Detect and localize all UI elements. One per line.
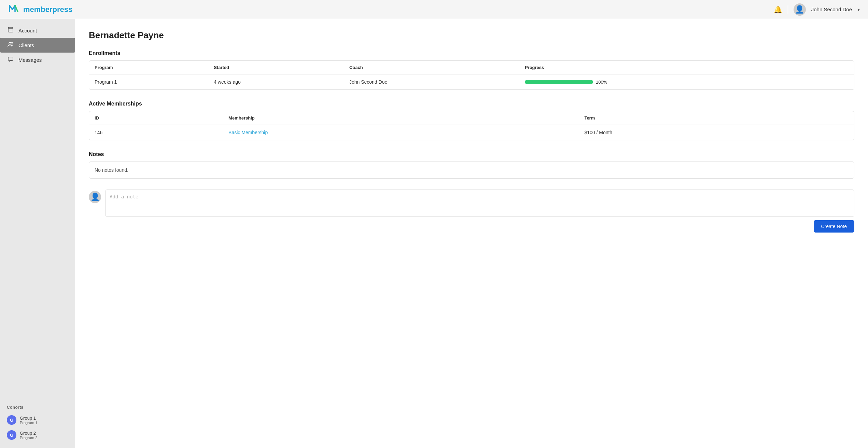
main-content: Bernadette Payne Enrollments Program Sta… [75,19,868,448]
chevron-down-icon[interactable]: ▾ [857,7,860,12]
create-note-button[interactable]: Create Note [814,220,854,233]
logo: memberpress [8,2,72,17]
layout: Account Clients Messages Cohorts G G [0,19,868,448]
header-divider [788,5,788,14]
membership-row: 146 Basic Membership $100 / Month [89,125,854,140]
enrollments-header-row: Program Started Coach Progress [89,61,854,74]
svg-rect-3 [8,57,13,60]
memberships-table-wrapper: ID Membership Term 146 Basic Membership … [89,111,854,140]
enrollments-col-progress: Progress [519,61,854,74]
memberships-header-row: ID Membership Term [89,111,854,125]
create-note-row: Create Note [89,220,854,233]
enrollments-col-program: Program [89,61,208,74]
avatar: 👤 [794,3,806,16]
messages-icon [7,56,14,64]
enrollments-section: Enrollments Program Started Coach Progre… [89,50,854,90]
svg-point-1 [9,42,11,44]
progress-bar-fill [525,80,593,84]
enrollments-col-started: Started [208,61,344,74]
avatar-icon: 👤 [795,6,804,13]
client-name: Bernadette Payne [89,30,854,41]
cohort-group2-badge: G [7,430,16,440]
enrollment-progress: 100% [519,74,854,90]
note-textarea[interactable] [105,190,854,217]
enrollments-title: Enrollments [89,50,854,56]
sidebar-item-messages-label: Messages [18,57,42,63]
cohort-group1-name: Group 1 [20,416,37,421]
user-name: John Second Doe [811,6,852,12]
bell-icon[interactable]: 🔔 [774,5,782,14]
sidebar-bottom: Cohorts G Group 1 Program 1 G Group 2 Pr… [0,400,75,448]
membership-name: Basic Membership [223,125,579,140]
note-avatar: 👤 [89,191,101,203]
enrollments-table: Program Started Coach Progress Program 1… [89,61,854,89]
sidebar-item-clients[interactable]: Clients [0,38,75,53]
notes-title: Notes [89,151,854,157]
enrollment-row: Program 1 4 weeks ago John Second Doe 10… [89,74,854,90]
clients-icon [7,41,14,49]
enrollment-coach: John Second Doe [344,74,519,90]
progress-label: 100% [596,80,607,85]
cohort-group2[interactable]: G Group 2 Program 2 [0,428,75,443]
sidebar-item-account-label: Account [18,28,37,33]
cohorts-label: Cohorts [0,404,75,412]
sidebar-nav: Account Clients Messages [0,19,75,71]
header-right: 🔔 👤 John Second Doe ▾ [774,3,860,16]
enrollments-col-coach: Coach [344,61,519,74]
membership-term: $100 / Month [579,125,854,140]
logo-icon [8,2,20,17]
no-notes-label: No notes found. [89,162,854,178]
sidebar: Account Clients Messages Cohorts G G [0,19,75,448]
memberships-col-membership: Membership [223,111,579,125]
notes-section: Notes No notes found. 👤 Create Note [89,151,854,233]
logo-name: memberpress [23,5,72,14]
enrollment-started: 4 weeks ago [208,74,344,90]
memberships-table: ID Membership Term 146 Basic Membership … [89,111,854,140]
cohort-group2-sub: Program 2 [20,436,37,440]
cohort-group2-info: Group 2 Program 2 [20,431,37,440]
top-header: memberpress 🔔 👤 John Second Doe ▾ [0,0,868,19]
account-icon [7,27,14,34]
cohort-group1-badge: G [7,415,16,425]
note-input-row: 👤 [89,190,854,217]
cohort-group1-info: Group 1 Program 1 [20,416,37,425]
cohort-group1-sub: Program 1 [20,421,37,425]
cohort-group2-name: Group 2 [20,431,37,436]
memberships-section: Active Memberships ID Membership Term 14… [89,101,854,140]
notes-box: No notes found. [89,162,854,179]
enrollments-table-wrapper: Program Started Coach Progress Program 1… [89,60,854,90]
memberships-col-id: ID [89,111,223,125]
memberships-col-term: Term [579,111,854,125]
enrollment-program: Program 1 [89,74,208,90]
membership-link[interactable]: Basic Membership [228,130,268,135]
svg-point-2 [11,43,13,44]
memberships-title: Active Memberships [89,101,854,107]
membership-id: 146 [89,125,223,140]
progress-bar-bg [525,80,593,84]
note-avatar-icon: 👤 [90,193,100,201]
sidebar-item-account[interactable]: Account [0,23,75,38]
sidebar-item-clients-label: Clients [18,42,34,48]
sidebar-item-messages[interactable]: Messages [0,53,75,67]
svg-rect-0 [8,27,13,32]
cohort-group1[interactable]: G Group 1 Program 1 [0,412,75,428]
